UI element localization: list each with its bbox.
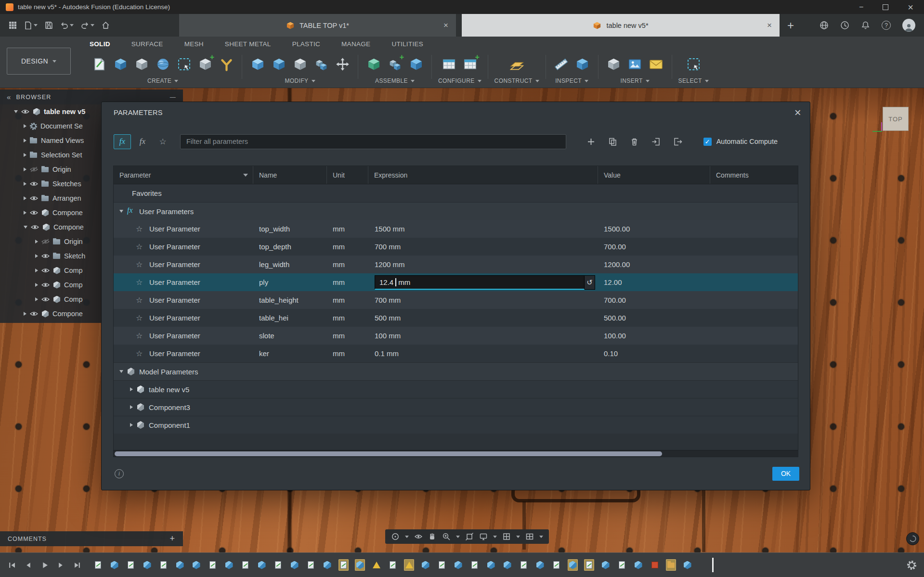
favorite-star-icon[interactable] — [136, 296, 144, 304]
derive-icon[interactable] — [605, 55, 623, 73]
combine-icon[interactable] — [312, 55, 330, 73]
dialog-close-button[interactable] — [794, 107, 801, 118]
cylinder-icon[interactable] — [132, 55, 151, 73]
timeline-feature-icon[interactable] — [682, 559, 692, 571]
chevron-icon[interactable] — [24, 312, 26, 316]
timeline-feature-icon[interactable] — [420, 559, 430, 571]
horizontal-scrollbar[interactable] — [114, 450, 798, 457]
close-tab-icon[interactable]: × — [443, 21, 448, 30]
timeline-feature-icon[interactable] — [551, 559, 561, 571]
user-avatar[interactable] — [902, 19, 915, 32]
visibility-eye-icon[interactable] — [30, 167, 38, 172]
timeline-feature-icon[interactable] — [453, 559, 463, 571]
visibility-eye-icon[interactable] — [30, 210, 38, 216]
timeline-feature-icon[interactable] — [617, 559, 627, 571]
timeline-feature-icon[interactable] — [191, 559, 201, 571]
favorite-star-icon[interactable] — [136, 314, 144, 322]
ribbon-group-label[interactable]: CONFIGURE — [438, 77, 482, 84]
ribbon-group-label[interactable]: CONSTRUCT — [495, 77, 539, 84]
visibility-eye-icon[interactable] — [41, 239, 50, 244]
orbit-icon[interactable] — [391, 532, 400, 541]
column-header-name[interactable]: Name — [253, 166, 327, 184]
ribbon-tab[interactable]: PLASTIC — [292, 40, 320, 48]
parameter-expression[interactable]: 0.1 mm — [375, 349, 399, 358]
chevron-icon[interactable] — [14, 110, 18, 113]
user-parameters-toggle[interactable] — [114, 134, 131, 149]
undo-icon[interactable] — [60, 21, 74, 29]
parameter-expression[interactable]: 700 mm — [375, 243, 401, 251]
ribbon-group-label[interactable]: SELECT — [678, 77, 709, 84]
timeline-feature-icon[interactable] — [535, 559, 545, 571]
file-menu-icon[interactable] — [24, 21, 38, 29]
favorite-star-icon[interactable] — [136, 279, 144, 286]
shell-icon[interactable] — [291, 55, 309, 73]
ribbon-group-label[interactable]: INSPECT — [555, 77, 588, 84]
comments-panel[interactable]: COMMENTS + — [0, 531, 183, 546]
timeline-feature-icon[interactable] — [404, 559, 414, 571]
step-back-button[interactable] — [24, 562, 32, 569]
timeline-feature-icon[interactable] — [208, 559, 218, 571]
parameter-row[interactable]: User Parameter ply mm 12.4mm 12.00 — [114, 273, 798, 291]
parameter-row[interactable]: User Parameter slote mm 100 mm 100.00 — [114, 327, 798, 345]
parameter-expression[interactable]: 700 mm — [375, 296, 401, 304]
maximize-button[interactable] — [883, 4, 888, 10]
minimize-button[interactable] — [859, 3, 863, 11]
sphere-icon[interactable] — [154, 55, 172, 73]
chevron-icon[interactable] — [119, 210, 123, 213]
visibility-eye-icon[interactable] — [41, 282, 50, 288]
column-header-expression[interactable]: Expression — [368, 166, 598, 184]
dialog-title-bar[interactable]: PARAMETERS — [102, 102, 810, 123]
visibility-eye-icon[interactable] — [41, 296, 50, 302]
import-csv-icon[interactable] — [651, 137, 661, 146]
move-copy-icon[interactable] — [333, 55, 351, 73]
timeline-feature-icon[interactable] — [388, 559, 398, 571]
ribbon-tab[interactable]: SHEET METAL — [225, 40, 271, 48]
visibility-eye-icon[interactable] — [30, 195, 38, 201]
copy-parameter-icon[interactable] — [608, 137, 617, 146]
automatic-compute-checkbox[interactable]: Automatic Compute — [703, 138, 778, 146]
visibility-eye-icon[interactable] — [30, 181, 38, 187]
new-component-icon[interactable] — [364, 55, 383, 73]
box-icon[interactable] — [111, 55, 130, 73]
workspace-selector[interactable]: DESIGN — [7, 48, 71, 75]
timeline-feature-icon[interactable] — [355, 559, 365, 571]
parameter-row[interactable]: User Parameters — [114, 202, 798, 220]
parameter-expression[interactable]: 100 mm — [375, 332, 401, 340]
new-tab-button[interactable] — [780, 14, 802, 37]
parameter-row[interactable]: Component3 — [114, 398, 798, 416]
chevron-icon[interactable] — [24, 211, 26, 215]
parameter-expression[interactable]: 1200 mm — [375, 260, 405, 269]
sort-triangle-icon[interactable] — [243, 174, 248, 177]
parameter-row[interactable]: table new v5 — [114, 380, 798, 398]
ok-button[interactable]: OK — [772, 467, 799, 481]
parameter-row[interactable]: User Parameter top_width mm 1500 mm 1500… — [114, 220, 798, 238]
job-status-clock-icon[interactable] — [840, 21, 849, 30]
favorite-star-icon[interactable] — [136, 332, 144, 340]
help-icon[interactable] — [882, 21, 891, 30]
chevron-icon[interactable] — [35, 240, 38, 244]
timeline-feature-icon[interactable] — [126, 559, 136, 571]
chevron-icon[interactable] — [119, 370, 123, 373]
ribbon-group-label[interactable]: INSERT — [620, 77, 649, 84]
column-header-value[interactable]: Value — [598, 166, 710, 184]
redo-icon[interactable] — [81, 21, 94, 29]
timeline-feature-icon[interactable] — [666, 559, 676, 571]
fit-icon[interactable] — [465, 532, 474, 541]
step-forward-button[interactable] — [57, 562, 65, 569]
chevron-icon[interactable] — [130, 423, 133, 427]
display-settings-icon[interactable] — [479, 532, 488, 541]
chevron-icon[interactable] — [24, 124, 26, 128]
construction-plane-icon[interactable] — [508, 55, 526, 73]
chevron-icon[interactable] — [24, 226, 27, 229]
save-icon[interactable] — [45, 21, 53, 29]
parameter-expression[interactable]: 1500 mm — [375, 225, 405, 233]
parameter-row[interactable]: User Parameter table_hei mm 500 mm 500.0… — [114, 309, 798, 327]
expression-edit-field[interactable]: 12.4mm — [375, 275, 595, 290]
chevron-icon[interactable] — [35, 254, 38, 258]
timeline-feature-icon[interactable] — [502, 559, 512, 571]
parameter-row[interactable]: Model Parameters — [114, 362, 798, 380]
assistant-badge[interactable] — [906, 532, 919, 545]
parameter-row[interactable]: User Parameter ker mm 0.1 mm 0.10 — [114, 345, 798, 362]
collapse-panel-icon[interactable] — [7, 93, 12, 101]
add-parameter-icon[interactable] — [586, 137, 596, 146]
